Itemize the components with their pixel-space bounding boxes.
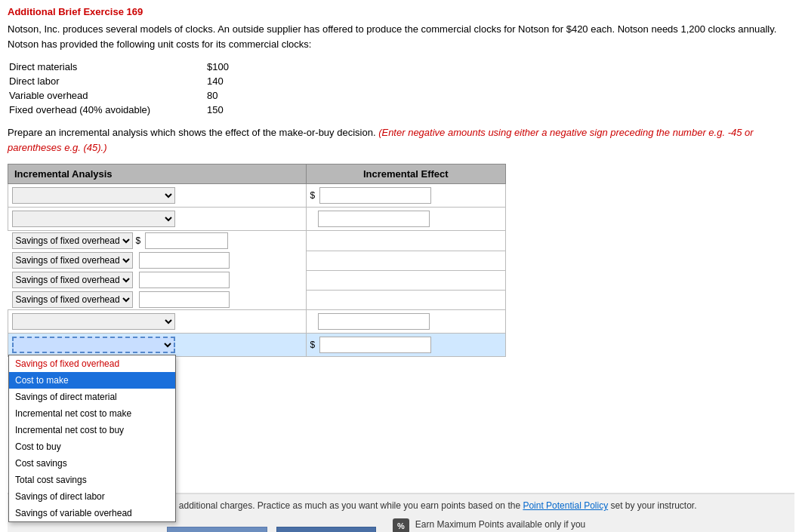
problem-text: Notson, Inc. produces several models of … xyxy=(8,22,794,51)
table-row: Savings of fixed overhead Cost to make S… xyxy=(8,310,506,334)
dropdown-item-5[interactable]: Cost to buy xyxy=(9,438,175,455)
dropdown-item-1[interactable]: Cost to make xyxy=(9,372,175,389)
save-for-later-button[interactable]: SAVE FOR LATER xyxy=(167,527,267,532)
row-1-input[interactable] xyxy=(319,187,431,204)
amount-cell-6 xyxy=(306,290,505,310)
table-row: Savings of fixed overheadCost to makeSav… xyxy=(8,251,506,270)
row-6-dropdown[interactable]: Savings of fixed overheadCost to makeSav… xyxy=(12,291,133,308)
dropdown-item-3[interactable]: Incremental net cost to make xyxy=(9,405,175,422)
row-7-input[interactable] xyxy=(318,313,430,330)
instruction: Prepare an incremental analysis which sh… xyxy=(8,125,794,155)
dropdown-item-7[interactable]: Total cost savings xyxy=(9,472,175,488)
cost-row: Fixed overhead (40% avoidable)150 xyxy=(9,103,229,116)
dollar-sign: $ xyxy=(310,190,317,201)
table-row: Savings of fixed overheadCost to makeSav… xyxy=(8,290,506,310)
cost-row: Variable overhead80 xyxy=(9,89,229,102)
cost-label: Variable overhead xyxy=(9,89,175,102)
policy-link[interactable]: Point Potential Policy xyxy=(523,500,608,511)
dropdown-item-9[interactable]: Savings of variable overhead xyxy=(9,505,175,521)
table-row: Savings of fixed overheadCost to makeSav… xyxy=(8,270,506,290)
col2-header: Incremental Effect xyxy=(306,165,505,184)
cost-value: 140 xyxy=(177,75,229,88)
dropdown-open-list: Savings of fixed overhead Cost to make S… xyxy=(8,355,176,522)
dropdown-cell: Savings of fixed overheadCost to makeSav… xyxy=(8,251,306,270)
amount-cell-8: $ xyxy=(306,334,505,357)
dropdown-cell: Savings of fixed overhead Cost to make S… xyxy=(8,208,307,231)
dropdown-item-0[interactable]: Savings of fixed overhead xyxy=(9,355,175,372)
table-row-active: Savings of fixed overhead Cost to make S… xyxy=(8,334,506,357)
cost-table: Direct materials$100Direct labor140Varia… xyxy=(8,59,230,118)
table-row: Savings of fixed overhead Cost to make S… xyxy=(8,208,506,231)
exercise-title: Additional Brief Exercise 169 xyxy=(8,6,794,17)
row-4-dropdown[interactable]: Savings of fixed overheadCost to makeSav… xyxy=(12,252,133,269)
dropdown-cell-active: Savings of fixed overhead Cost to make S… xyxy=(8,334,307,357)
incremental-analysis-table: Incremental Analysis Incremental Effect … xyxy=(8,164,506,357)
row-6-input[interactable] xyxy=(139,291,230,308)
amount-cell-4 xyxy=(306,251,505,270)
dollar-sign-3: $ xyxy=(136,235,143,246)
cost-row: Direct materials$100 xyxy=(9,60,229,73)
row-3-dropdown[interactable]: Savings of fixed overheadCost to makeSav… xyxy=(12,232,133,249)
problem-description: Notson, Inc. produces several models of … xyxy=(8,23,776,50)
dropdown-cell: Savings of fixed overhead Cost to make S… xyxy=(8,184,307,208)
row-8-input[interactable] xyxy=(319,337,431,353)
page-container: Additional Brief Exercise 169 Notson, In… xyxy=(0,0,802,532)
instruction-prefix: Prepare an incremental analysis which sh… xyxy=(8,127,376,138)
cost-row: Direct labor140 xyxy=(9,75,229,88)
dropdown-cell: Savings of fixed overheadCost to makeSav… xyxy=(8,270,306,290)
table-row: Savings of fixed overhead Cost to make S… xyxy=(8,184,506,208)
row-2-dropdown[interactable]: Savings of fixed overhead Cost to make S… xyxy=(12,211,175,227)
row-1-dropdown[interactable]: Savings of fixed overhead Cost to make S… xyxy=(12,187,175,204)
cost-value: $100 xyxy=(177,60,229,73)
cost-label: Fixed overhead (40% avoidable) xyxy=(9,103,175,116)
dropdown-item-2[interactable]: Savings of direct material xyxy=(9,389,175,405)
cost-label: Direct labor xyxy=(9,75,175,88)
dropdown-cell: Savings of fixed overheadCost to makeSav… xyxy=(8,231,306,251)
row-5-input[interactable] xyxy=(139,272,230,288)
row-7-dropdown[interactable]: Savings of fixed overhead Cost to make S… xyxy=(12,313,175,330)
row-8-dropdown[interactable]: Savings of fixed overhead Cost to make S… xyxy=(12,337,175,353)
dropdown-item-4[interactable]: Incremental net cost to buy xyxy=(9,422,175,438)
dropdown-cell: Savings of fixed overheadCost to makeSav… xyxy=(8,290,306,309)
dollar-sign-8: $ xyxy=(310,340,317,350)
amount-cell-7 xyxy=(306,310,505,334)
percent-badge: % xyxy=(393,518,409,532)
row-4-input[interactable] xyxy=(139,252,230,269)
col1-header: Incremental Analysis xyxy=(8,165,307,184)
dropdown-cell: Savings of fixed overhead Cost to make S… xyxy=(8,310,307,334)
amount-cell-3 xyxy=(306,231,505,251)
row-2-input[interactable] xyxy=(318,211,430,227)
cost-value: 150 xyxy=(177,103,229,116)
amount-cell-5 xyxy=(306,270,505,290)
cost-value: 80 xyxy=(177,89,229,102)
submit-answer-button[interactable]: SUBMIT ANSWER xyxy=(276,527,376,532)
dropdown-item-8[interactable]: Savings of direct labor xyxy=(9,488,175,505)
earn-text: Earn Maximum Points available only if yo… xyxy=(415,518,612,532)
earn-section: % Earn Maximum Points available only if … xyxy=(393,518,612,532)
row-3-input[interactable] xyxy=(145,232,228,249)
row-5-dropdown[interactable]: Savings of fixed overheadCost to makeSav… xyxy=(12,272,133,288)
cost-label: Direct materials xyxy=(9,60,175,73)
dropdown-item-6[interactable]: Cost savings xyxy=(9,455,175,472)
table-row: Savings of fixed overheadCost to makeSav… xyxy=(8,231,506,251)
amount-cell: $ xyxy=(306,184,505,208)
amount-cell xyxy=(306,208,505,231)
